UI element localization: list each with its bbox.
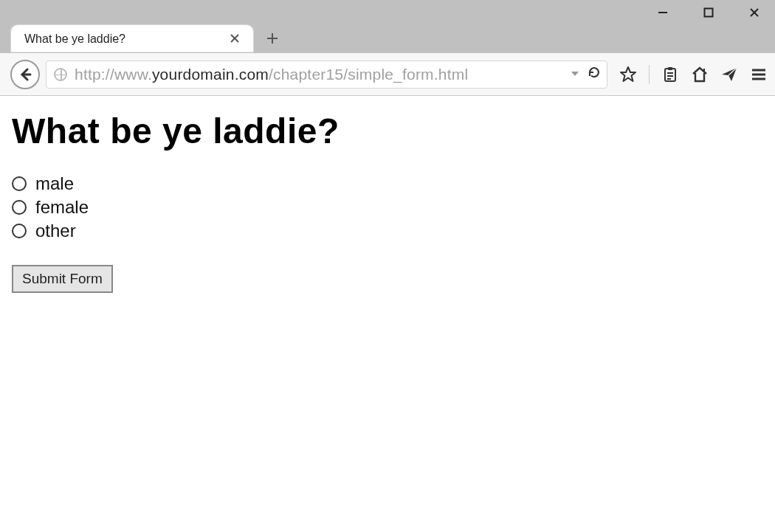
- url-domain: yourdomain.com: [152, 66, 269, 83]
- hamburger-icon: [750, 66, 768, 83]
- url-path: /chapter15/simple_form.html: [269, 66, 468, 83]
- svg-rect-10: [668, 67, 672, 70]
- radio-option-female[interactable]: female: [12, 197, 763, 218]
- plus-icon: [266, 32, 279, 45]
- new-tab-button[interactable]: [260, 27, 285, 49]
- home-icon: [691, 66, 709, 83]
- reading-list-button[interactable]: [661, 66, 679, 83]
- radio-option-other[interactable]: other: [12, 221, 763, 241]
- chevron-down-icon: [570, 69, 580, 79]
- clipboard-icon: [661, 66, 679, 83]
- radio-option-male[interactable]: male: [12, 173, 763, 194]
- close-icon: [230, 33, 240, 44]
- radio-label: female: [35, 197, 89, 218]
- window-titlebar: [0, 0, 775, 25]
- page-heading: What be ye laddie?: [12, 111, 763, 151]
- radio-icon: [12, 200, 27, 215]
- separator: [649, 65, 650, 84]
- navigation-toolbar: http://www.yourdomain.com/chapter15/simp…: [0, 53, 775, 96]
- tab-title: What be ye laddie?: [24, 32, 227, 46]
- tab-bar: What be ye laddie?: [0, 25, 775, 53]
- maximize-icon: [703, 7, 714, 18]
- paper-plane-icon: [720, 66, 738, 83]
- address-bar[interactable]: http://www.yourdomain.com/chapter15/simp…: [46, 61, 607, 89]
- browser-tab[interactable]: What be ye laddie?: [10, 24, 254, 52]
- share-button[interactable]: [720, 66, 738, 83]
- radio-icon: [12, 176, 27, 191]
- maximize-button[interactable]: [692, 1, 725, 24]
- bookmark-button[interactable]: [619, 66, 637, 83]
- radio-icon: [12, 224, 27, 238]
- radio-label: male: [35, 173, 74, 194]
- globe-icon: [54, 68, 67, 81]
- menu-button[interactable]: [750, 66, 768, 83]
- reload-button[interactable]: [588, 66, 601, 83]
- back-button[interactable]: [10, 60, 40, 89]
- url-scheme: http://: [75, 66, 114, 83]
- close-window-button[interactable]: [738, 1, 771, 24]
- svg-rect-1: [705, 9, 713, 17]
- home-button[interactable]: [691, 66, 709, 83]
- submit-button[interactable]: Submit Form: [12, 265, 113, 293]
- toolbar-icons: [613, 65, 768, 84]
- url-prefix: www.: [114, 66, 152, 83]
- radio-label: other: [35, 221, 76, 241]
- tab-close-button[interactable]: [227, 30, 243, 47]
- minimize-icon: [658, 7, 668, 18]
- close-icon: [749, 7, 760, 18]
- page-content: What be ye laddie? male female other Sub…: [0, 96, 775, 308]
- star-icon: [619, 66, 637, 83]
- reload-icon: [588, 66, 601, 79]
- minimize-button[interactable]: [647, 1, 679, 24]
- url-text: http://www.yourdomain.com/chapter15/simp…: [75, 66, 562, 83]
- back-arrow-icon: [18, 68, 32, 81]
- history-dropdown-button[interactable]: [570, 66, 580, 83]
